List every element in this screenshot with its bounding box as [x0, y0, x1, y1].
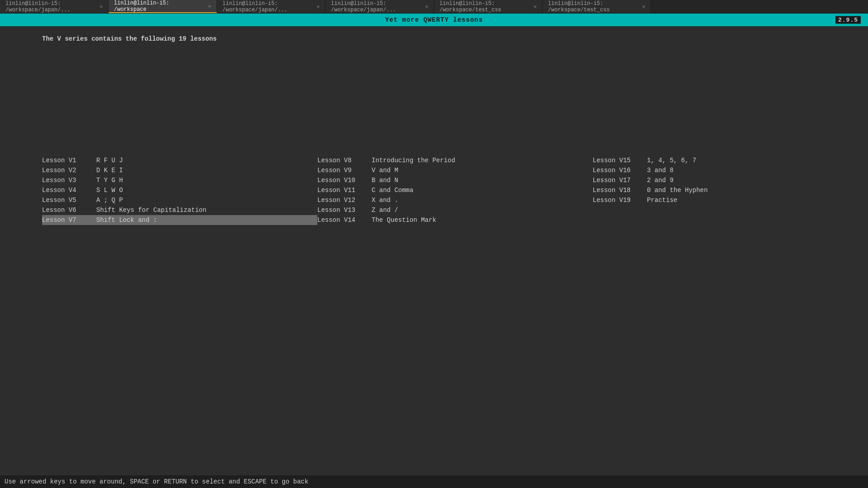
- lesson-v13-id: Lesson V13: [317, 206, 372, 214]
- lesson-v4-title: S L W O: [96, 187, 123, 194]
- lesson-v6-title: Shift Keys for Capitalization: [96, 206, 207, 214]
- lesson-v1-id: Lesson V1: [42, 157, 96, 164]
- lesson-v12[interactable]: Lesson V12 X and .: [317, 195, 593, 205]
- lessons-column-3: Lesson V15 1, 4, 5, 6, 7 Lesson V16 3 an…: [593, 155, 868, 225]
- lesson-v5-id: Lesson V5: [42, 197, 96, 204]
- version-badge: 2.9.5: [835, 16, 861, 24]
- tab-6-close[interactable]: ✕: [642, 4, 645, 9]
- lesson-v9-title: V and M: [372, 167, 398, 174]
- tab-6-label: linlin@linlin-i5: /workspace/test_css: [548, 0, 638, 13]
- lesson-v14-title: The Question Mark: [372, 216, 436, 224]
- tab-2-close[interactable]: ✕: [208, 3, 211, 9]
- lesson-v16-title: 3 and 8: [647, 167, 674, 174]
- lesson-v19-id: Lesson V19: [593, 197, 647, 204]
- lesson-v8[interactable]: Lesson V8 Introducing the Period: [317, 155, 593, 165]
- lesson-v3[interactable]: Lesson V3 T Y G H: [42, 175, 317, 185]
- tab-2[interactable]: linlin@linlin-i5: /workspace ✕: [108, 0, 217, 13]
- lesson-v11[interactable]: Lesson V11 C and Comma: [317, 185, 593, 195]
- lesson-v10-id: Lesson V10: [317, 177, 372, 184]
- lesson-v16[interactable]: Lesson V16 3 and 8: [593, 165, 868, 175]
- lesson-v19-title: Practise: [647, 197, 677, 204]
- lesson-v11-title: C and Comma: [372, 187, 413, 194]
- lesson-v10-title: B and N: [372, 177, 398, 184]
- lesson-v8-id: Lesson V8: [317, 157, 372, 164]
- lesson-v6[interactable]: Lesson V6 Shift Keys for Capitalization: [42, 205, 317, 215]
- lesson-v13[interactable]: Lesson V13 Z and /: [317, 205, 593, 215]
- tab-5-label: linlin@linlin-i5: /workspace/test_css: [439, 0, 530, 13]
- lesson-v4-id: Lesson V4: [42, 187, 96, 194]
- tab-5[interactable]: linlin@linlin-i5: /workspace/test_css ✕: [434, 0, 542, 13]
- lesson-v19[interactable]: Lesson V19 Practise: [593, 195, 868, 205]
- lesson-v5[interactable]: Lesson V5 A ; Q P: [42, 195, 317, 205]
- lesson-v18-id: Lesson V18: [593, 187, 647, 194]
- lesson-v2[interactable]: Lesson V2 D K E I: [42, 165, 317, 175]
- lesson-v2-id: Lesson V2: [42, 167, 96, 174]
- status-bar: Use arrowed keys to move around, SPACE o…: [0, 475, 868, 488]
- tab-1[interactable]: linlin@linlin-i5: /workspace/japan/... ✕: [0, 0, 108, 13]
- lesson-v9-id: Lesson V9: [317, 167, 372, 174]
- lesson-v15-id: Lesson V15: [593, 157, 647, 164]
- lessons-column-1: Lesson V1 R F U J Lesson V2 D K E I Less…: [42, 155, 317, 225]
- tab-3-close[interactable]: ✕: [316, 4, 320, 9]
- title-bar-text: Yet more QWERTY lessons: [385, 16, 483, 23]
- lesson-v17-id: Lesson V17: [593, 177, 647, 184]
- lesson-v1-title: R F U J: [96, 157, 123, 164]
- lesson-v8-title: Introducing the Period: [372, 157, 455, 164]
- lesson-v17[interactable]: Lesson V17 2 and 9: [593, 175, 868, 185]
- tab-3-label: linlin@linlin-i5: /workspace/japan/...: [222, 0, 313, 13]
- tab-1-close[interactable]: ✕: [99, 4, 103, 9]
- lesson-v13-title: Z and /: [372, 206, 398, 214]
- tab-4[interactable]: linlin@linlin-i5: /workspace/japan/... ✕: [326, 0, 434, 13]
- lesson-v5-title: A ; Q P: [96, 197, 123, 204]
- tab-2-label: linlin@linlin-i5: /workspace: [114, 0, 204, 13]
- tab-4-close[interactable]: ✕: [425, 4, 428, 9]
- lesson-v6-id: Lesson V6: [42, 206, 96, 214]
- lesson-v15[interactable]: Lesson V15 1, 4, 5, 6, 7: [593, 155, 868, 165]
- lesson-v11-id: Lesson V11: [317, 187, 372, 194]
- page-title: The V series contains the following 19 l…: [42, 35, 868, 42]
- lesson-v18[interactable]: Lesson V18 0 and the Hyphen: [593, 185, 868, 195]
- tab-5-close[interactable]: ✕: [533, 4, 537, 9]
- tab-bar: linlin@linlin-i5: /workspace/japan/... ✕…: [0, 0, 868, 14]
- lesson-v7[interactable]: Lesson V7 Shift Lock and :: [42, 215, 317, 225]
- lesson-v9[interactable]: Lesson V9 V and M: [317, 165, 593, 175]
- lesson-v12-id: Lesson V12: [317, 197, 372, 204]
- lesson-v12-title: X and .: [372, 197, 398, 204]
- lesson-v3-title: T Y G H: [96, 177, 123, 184]
- lessons-grid: Lesson V1 R F U J Lesson V2 D K E I Less…: [42, 155, 868, 225]
- lesson-v18-title: 0 and the Hyphen: [647, 187, 708, 194]
- title-bar: Yet more QWERTY lessons 2.9.5: [0, 14, 868, 26]
- tab-6[interactable]: linlin@linlin-i5: /workspace/test_css ✕: [542, 0, 651, 13]
- lesson-v7-title: Shift Lock and :: [96, 216, 157, 224]
- tab-3[interactable]: linlin@linlin-i5: /workspace/japan/... ✕: [217, 0, 326, 13]
- lesson-v3-id: Lesson V3: [42, 177, 96, 184]
- lesson-v7-id: Lesson V7: [42, 216, 96, 224]
- lesson-v1[interactable]: Lesson V1 R F U J: [42, 155, 317, 165]
- lesson-v16-id: Lesson V16: [593, 167, 647, 174]
- lesson-v2-title: D K E I: [96, 167, 123, 174]
- lesson-v14-id: Lesson V14: [317, 216, 372, 224]
- lesson-v14[interactable]: Lesson V14 The Question Mark: [317, 215, 593, 225]
- tab-4-label: linlin@linlin-i5: /workspace/japan/...: [331, 0, 421, 13]
- lesson-v4[interactable]: Lesson V4 S L W O: [42, 185, 317, 195]
- status-bar-text: Use arrowed keys to move around, SPACE o…: [5, 478, 308, 485]
- lesson-v10[interactable]: Lesson V10 B and N: [317, 175, 593, 185]
- tab-1-label: linlin@linlin-i5: /workspace/japan/...: [5, 0, 96, 13]
- lessons-column-2: Lesson V8 Introducing the Period Lesson …: [317, 155, 593, 225]
- lesson-v17-title: 2 and 9: [647, 177, 674, 184]
- main-content: The V series contains the following 19 l…: [0, 26, 868, 471]
- lesson-v15-title: 1, 4, 5, 6, 7: [647, 157, 696, 164]
